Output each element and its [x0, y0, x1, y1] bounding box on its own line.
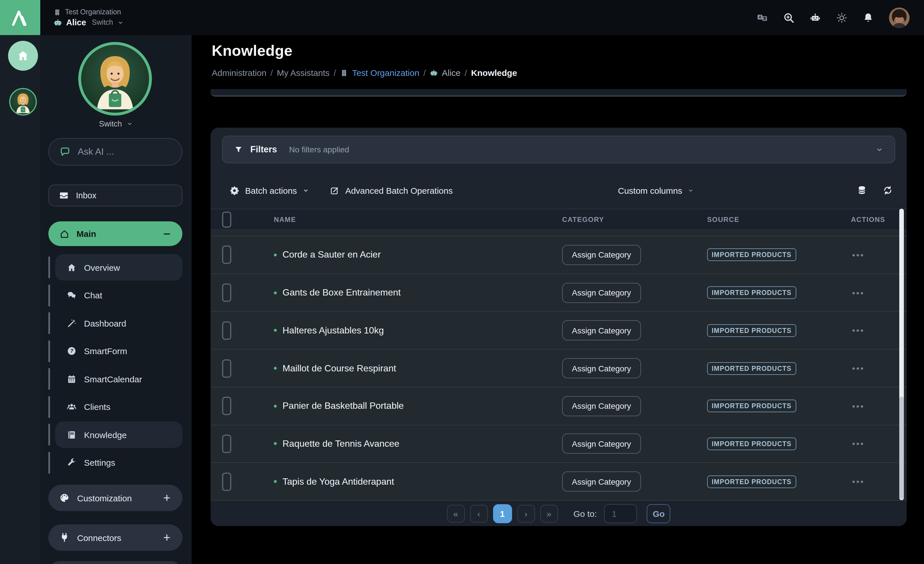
user-avatar[interactable]: [889, 7, 910, 28]
status-dot: [274, 329, 277, 332]
table-header: NAME CATEGORY SOURCE ACTIONS: [211, 209, 907, 230]
pagination-last-button[interactable]: »: [540, 504, 558, 522]
filters-bar[interactable]: Filters No filters applied: [222, 136, 895, 163]
table-body: Corde a Sauter en AcierAssign CategoryIM…: [211, 230, 907, 500]
row-name[interactable]: Corde a Sauter en Acier: [282, 250, 381, 260]
column-header-actions[interactable]: ACTIONS: [841, 215, 907, 223]
row-actions-button[interactable]: •••: [841, 401, 907, 411]
assistant-avatar-small[interactable]: [9, 88, 37, 115]
sidebar-item-settings[interactable]: Settings: [55, 449, 182, 476]
edit-icon: [330, 186, 339, 195]
connectors-label: Connectors: [77, 533, 121, 542]
pagination-prev-button[interactable]: ‹: [470, 504, 488, 522]
row-actions-button[interactable]: •••: [841, 363, 907, 374]
row-actions-button[interactable]: •••: [841, 250, 907, 260]
pagination-next-button[interactable]: ›: [517, 504, 535, 522]
home-button[interactable]: [8, 41, 38, 71]
expand-icon[interactable]: [162, 493, 171, 503]
custom-columns-button[interactable]: Custom columns: [615, 176, 697, 205]
topbar-actions: A: [757, 7, 924, 28]
row-actions-button[interactable]: •••: [841, 438, 907, 449]
go-button[interactable]: Go: [647, 504, 670, 523]
inbox-label: Inbox: [76, 191, 96, 200]
status-dot: [274, 291, 277, 294]
assistant-button[interactable]: [810, 12, 821, 23]
row-name[interactable]: Gants de Boxe Entrainement: [282, 287, 401, 298]
sidebar-item-inbox[interactable]: Inbox: [48, 184, 182, 206]
goto-page-input[interactable]: [604, 504, 637, 523]
breadcrumb-item-test-organization[interactable]: Test Organization: [340, 68, 419, 78]
sidebar-item-label: Settings: [84, 458, 115, 467]
sidebar-group-partial[interactable]: [48, 561, 182, 564]
chevron-down-icon[interactable]: [876, 146, 883, 153]
row-checkbox[interactable]: [222, 435, 231, 453]
notifications-button[interactable]: [862, 12, 874, 23]
robot-icon: [430, 69, 438, 77]
assign-category-button[interactable]: Assign Category: [562, 283, 640, 303]
main-label: Main: [76, 229, 96, 239]
refresh-button[interactable]: [883, 185, 893, 196]
source-badge: IMPORTED PRODUCTS: [707, 399, 796, 412]
sidebar-item-chat[interactable]: Chat: [55, 282, 182, 308]
column-header-source[interactable]: SOURCE: [707, 215, 841, 223]
database-icon: [856, 185, 867, 196]
switch-label[interactable]: Switch: [92, 18, 113, 27]
assign-category-button[interactable]: Assign Category: [562, 471, 640, 492]
pagination-page-1[interactable]: 1: [493, 504, 512, 523]
sidebar-group-customization[interactable]: Customization: [48, 485, 182, 511]
sidebar-item-dashboard[interactable]: Dashboard: [55, 310, 182, 336]
row-name[interactable]: Halteres Ajustables 10kg: [282, 325, 384, 336]
expand-icon[interactable]: [162, 533, 171, 542]
scrollbar[interactable]: [899, 209, 904, 500]
app-logo[interactable]: [0, 0, 40, 35]
sidebar-submenu: OverviewChatDashboard?SmartFormSmartCale…: [48, 254, 182, 477]
pagination-first-button[interactable]: «: [447, 504, 465, 522]
assign-category-button[interactable]: Assign Category: [562, 434, 640, 454]
row-checkbox[interactable]: [222, 472, 231, 491]
row-checkbox[interactable]: [222, 397, 231, 415]
row-checkbox[interactable]: [222, 322, 231, 340]
breadcrumb-label: Alice: [442, 68, 460, 78]
assign-category-button[interactable]: Assign Category: [562, 245, 640, 265]
column-header-category[interactable]: CATEGORY: [562, 215, 707, 223]
row-actions-button[interactable]: •••: [841, 325, 907, 336]
sidebar-item-clients[interactable]: Clients: [55, 393, 182, 420]
assign-category-button[interactable]: Assign Category: [562, 320, 640, 341]
sidebar-item-smartform[interactable]: ?SmartForm: [55, 338, 182, 364]
scrollbar-thumb[interactable]: [899, 397, 904, 499]
row-actions-button[interactable]: •••: [841, 287, 907, 298]
row-name[interactable]: Tapis de Yoga Antiderapant: [282, 476, 394, 487]
breadcrumb-item-alice[interactable]: Alice: [430, 68, 460, 78]
row-checkbox[interactable]: [222, 359, 231, 377]
select-all-checkbox[interactable]: [222, 211, 231, 227]
sidebar-group-main[interactable]: Main: [48, 221, 182, 246]
advanced-batch-button[interactable]: Advanced Batch Operations: [330, 186, 453, 195]
row-checkbox[interactable]: [222, 246, 231, 264]
assistant-switch-button[interactable]: Switch: [40, 119, 192, 129]
row-name[interactable]: Maillot de Course Respirant: [282, 363, 396, 373]
density-button[interactable]: [856, 185, 867, 196]
sidebar-item-knowledge[interactable]: Knowledge: [55, 422, 182, 448]
column-header-name[interactable]: NAME: [250, 215, 562, 223]
sidebar-item-smartcalendar[interactable]: SmartCalendar: [55, 366, 182, 392]
sidebar-item-overview[interactable]: Overview: [55, 254, 182, 281]
ask-ai-input[interactable]: Ask AI ...: [48, 138, 182, 166]
row-name[interactable]: Panier de Basketball Portable: [282, 401, 404, 411]
assign-category-button[interactable]: Assign Category: [562, 396, 640, 416]
zoom-button[interactable]: [783, 12, 795, 23]
breadcrumb-item-my-assistants[interactable]: My Assistants: [277, 68, 329, 78]
row-name[interactable]: Raquette de Tennis Avancee: [282, 439, 399, 449]
row-actions-button[interactable]: •••: [841, 476, 907, 487]
assign-category-button[interactable]: Assign Category: [562, 358, 640, 378]
assistant-row[interactable]: Alice Switch: [54, 18, 123, 27]
page-title: Knowledge: [212, 42, 292, 60]
sidebar-group-connectors[interactable]: Connectors: [48, 524, 182, 551]
row-checkbox[interactable]: [222, 283, 231, 302]
assistant-avatar-large[interactable]: [78, 42, 152, 115]
source-badge: IMPORTED PRODUCTS: [707, 475, 796, 488]
collapse-icon[interactable]: [162, 229, 171, 238]
theme-toggle-button[interactable]: [836, 12, 848, 23]
translate-button[interactable]: A: [757, 12, 768, 23]
batch-actions-button[interactable]: Batch actions: [230, 186, 309, 195]
breadcrumb-item-administration[interactable]: Administration: [212, 68, 266, 78]
